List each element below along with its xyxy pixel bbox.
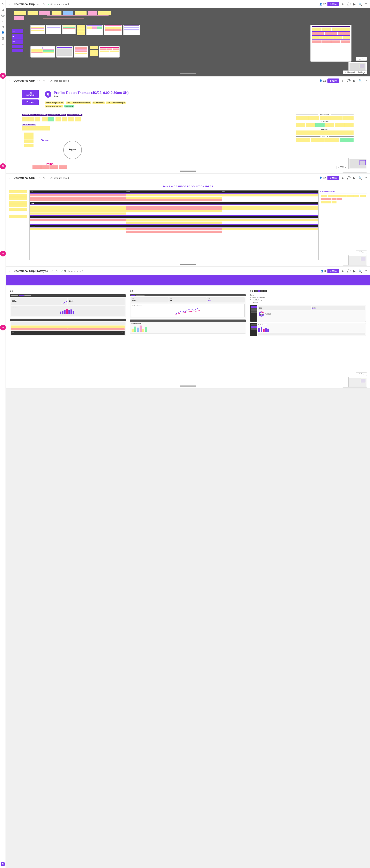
zoom-controls-3[interactable]: −12%+ — [356, 250, 367, 254]
table-row-1 — [30, 193, 318, 202]
help-icon-2[interactable]: ? — [364, 79, 368, 83]
chat-icon-3[interactable]: 💬 — [346, 176, 351, 180]
bar — [145, 327, 147, 332]
gains-sticky — [24, 136, 33, 140]
v3-nav-active-item — [251, 326, 257, 328]
sidebar-grid-icon[interactable]: ⊟ — [1, 25, 5, 29]
sidebar-pen-icon[interactable]: ✏ — [1, 42, 5, 46]
minimap-viewport-3 — [361, 257, 366, 261]
download-icon-4[interactable]: ⬇ — [341, 269, 345, 273]
redo-icon-3[interactable]: ↪ — [42, 176, 46, 180]
panel4-title: Operational Grip Prototype — [13, 270, 48, 273]
right-forecasting: FORECASTING — [319, 114, 331, 115]
proto-versions-grid: V1 Revenue — [9, 288, 367, 337]
col-header-1: ■■■ — [31, 191, 126, 192]
zoom-controls-4[interactable]: −17%+ — [356, 372, 367, 376]
undo-icon-4[interactable]: ↩ — [50, 269, 54, 273]
cell — [126, 194, 222, 196]
zoom-controls-1[interactable]: −17%+ — [356, 57, 367, 61]
download-icon-3[interactable]: ⬇ — [341, 176, 345, 180]
sidebar-frame-icon[interactable]: ⊞ — [1, 7, 5, 12]
chat-icon-1[interactable]: 💬 — [346, 2, 351, 6]
panel-2: ← Operational Grip ↩ ↪ ✓ All changes sav… — [6, 76, 370, 174]
scrollbar-3[interactable] — [180, 264, 196, 265]
share-button-4[interactable]: Share — [328, 269, 339, 273]
sidebar-image-icon[interactable]: 🖼 — [1, 36, 5, 41]
redo-icon-4[interactable]: ↪ — [55, 269, 59, 273]
present-icon-3[interactable]: ▶ — [352, 176, 357, 180]
content-bar — [11, 322, 125, 325]
delivery-sticky — [296, 130, 353, 134]
panel1-title: Operational Grip — [13, 2, 35, 5]
sticky-small — [77, 25, 85, 28]
back-icon-4[interactable]: ← — [8, 269, 12, 273]
v2-nav-item — [136, 295, 140, 296]
sidebar-cursor-icon[interactable]: ↖ — [1, 2, 5, 6]
scrollbar-1[interactable] — [180, 73, 196, 74]
help-icon-4[interactable]: ? — [364, 269, 368, 273]
back-icon-2[interactable]: ← — [8, 79, 12, 83]
zoom-icon-2[interactable]: 🔍 — [358, 79, 362, 83]
present-icon-1[interactable]: ▶ — [352, 2, 357, 6]
role-pill-3: £300M Portfolio — [92, 101, 104, 104]
canvas-2: Top pyramid Product 8 Profile: Robert Th… — [6, 85, 370, 173]
chat-icon-4[interactable]: 💬 — [346, 269, 351, 273]
purple-block — [12, 49, 23, 52]
content-bar-red — [11, 329, 68, 331]
left-sticky — [9, 215, 27, 218]
user-avatar-panel3: N — [0, 251, 6, 256]
zoom-icon-4[interactable]: 🔍 — [358, 269, 362, 273]
undo-icon-2[interactable]: ↩ — [36, 79, 40, 83]
cell — [126, 197, 222, 199]
toolbar-4: ← Operational Grip Prototype ↩ ↪ ✓ All c… — [6, 267, 370, 275]
help-icon-3[interactable]: ? — [364, 176, 368, 180]
download-icon-2[interactable]: ⬇ — [341, 79, 345, 83]
share-button-2[interactable]: Share — [328, 79, 339, 83]
undo-icon-3[interactable]: ↩ — [36, 176, 40, 180]
content-bar-red — [68, 329, 125, 331]
sidebar-star-icon[interactable]: ☆ — [1, 19, 5, 24]
sidebar-comment-icon[interactable]: 💬 — [1, 13, 5, 18]
sidebar-users-icon[interactable]: 👤 — [1, 30, 5, 35]
metric-card-2: Customers 1,245 — [68, 298, 125, 305]
purple-block: ■■ — [12, 34, 23, 39]
data-row — [258, 333, 365, 335]
frame-box — [46, 25, 61, 34]
toolbar-left-1: ← Operational Grip ↩ ↪ ✓ All changes sav… — [8, 2, 317, 6]
minimap-2 — [348, 158, 367, 169]
share-button-1[interactable]: Share — [328, 2, 339, 6]
scrollbar-2[interactable] — [180, 170, 196, 172]
cell — [126, 221, 222, 224]
share-button-3[interactable]: Share — [328, 176, 339, 180]
help-icon-1[interactable]: ? — [364, 2, 368, 6]
present-icon-4[interactable]: ▶ — [352, 269, 357, 273]
zoom-controls-2[interactable]: −56%+ — [336, 166, 347, 169]
nav-settings-2[interactable]: ⚙ Navigation Settings — [343, 173, 367, 173]
zoom-icon-1[interactable]: 🔍 — [358, 2, 362, 6]
table-row-4 — [30, 227, 318, 234]
nav-settings-4[interactable]: ⚙ Navigation Settings — [343, 388, 367, 388]
frame-box — [62, 25, 75, 34]
sticky-small — [90, 46, 98, 49]
nav-settings-3[interactable]: ⚙ Navigation Settings — [343, 266, 367, 266]
nav-settings-1[interactable]: ⚙ Navigation Settings — [343, 70, 367, 74]
toolbar-right-4: 👤8 Share ⬇ 💬 ▶ 🔍 ? — [321, 269, 368, 273]
chat-icon-2[interactable]: 💬 — [346, 79, 351, 83]
v2-label-text: Product delivery — [131, 322, 245, 324]
zoom-icon-3[interactable]: 🔍 — [358, 176, 362, 180]
nav-bar-dark — [10, 319, 126, 321]
undo-icon[interactable]: ↩ — [36, 2, 40, 6]
scrollbar-4[interactable] — [180, 385, 196, 386]
cell — [222, 206, 318, 208]
download-icon-1[interactable]: ⬇ — [341, 2, 345, 6]
stage-cell-pink — [321, 198, 326, 200]
svg-rect-5 — [70, 309, 72, 314]
back-icon[interactable]: ← — [8, 2, 12, 6]
back-icon-3[interactable]: ← — [8, 176, 12, 180]
customer-jobs-circle: CustomerJobs — [63, 141, 82, 159]
redo-icon[interactable]: ↪ — [42, 2, 46, 6]
main-table: ■■■ ■■■■ ■■■ — [29, 190, 319, 260]
redo-icon-2[interactable]: ↪ — [42, 79, 46, 83]
present-icon-2[interactable]: ▶ — [352, 79, 357, 83]
minimap-4 — [348, 377, 367, 387]
